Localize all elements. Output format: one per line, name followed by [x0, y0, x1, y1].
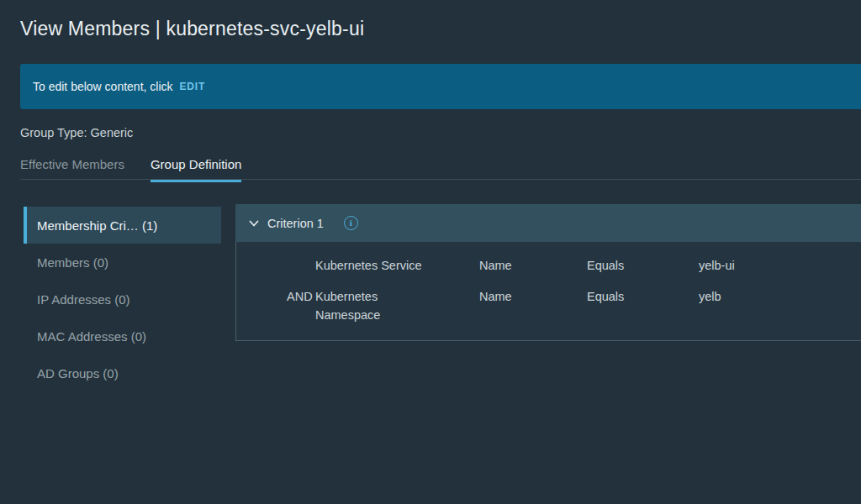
value-cell: yelb-ui	[699, 256, 861, 275]
key-cell: Name	[479, 256, 587, 275]
sidebar-item-label: Members (0)	[37, 255, 108, 270]
sidebar-item-label: Membership Cri… (1)	[37, 218, 157, 233]
criterion-panel: Criterion 1 i Kubernetes Service Name Eq…	[235, 204, 861, 341]
conjunction-cell: AND	[287, 287, 315, 324]
criterion-row: AND Kubernetes Namespace Name Equals yel…	[287, 287, 861, 324]
info-banner: To edit below content, click EDIT	[20, 64, 861, 109]
sidebar-item-mac-addresses[interactable]: MAC Addresses (0)	[24, 318, 221, 354]
chevron-down-icon[interactable]	[248, 218, 260, 229]
sidebar-item-label: IP Addresses (0)	[37, 292, 130, 307]
value-cell: yelb	[699, 287, 861, 324]
criterion-body: Kubernetes Service Name Equals yelb-ui A…	[235, 242, 861, 341]
info-banner-text: To edit below content, click	[33, 80, 173, 93]
sidebar-item-membership-criteria[interactable]: Membership Cri… (1)	[24, 207, 221, 244]
conjunction-cell	[287, 256, 315, 275]
member-category-list: Membership Cri… (1) Members (0) IP Addre…	[24, 207, 221, 391]
sidebar-item-label: AD Groups (0)	[37, 366, 119, 381]
operator-cell: Equals	[587, 256, 699, 275]
key-cell: Name	[479, 287, 587, 324]
page-title: View Members | kubernetes-svc-yelb-ui	[20, 18, 364, 40]
sidebar-item-ip-addresses[interactable]: IP Addresses (0)	[24, 281, 221, 318]
sidebar-item-label: MAC Addresses (0)	[37, 329, 146, 344]
tab-bar-divider	[20, 179, 861, 180]
info-circle-icon[interactable]: i	[344, 216, 358, 230]
resource-type-cell: Kubernetes Namespace	[315, 287, 479, 324]
criterion-title: Criterion 1	[267, 217, 324, 230]
criterion-header[interactable]: Criterion 1 i	[235, 204, 861, 242]
criterion-row: Kubernetes Service Name Equals yelb-ui	[287, 256, 861, 275]
group-type-label: Group Type: Generic	[20, 126, 133, 139]
operator-cell: Equals	[587, 287, 699, 324]
edit-link[interactable]: EDIT	[180, 81, 206, 92]
sidebar-item-members[interactable]: Members (0)	[24, 244, 221, 281]
resource-type-cell: Kubernetes Service	[315, 256, 479, 275]
sidebar-item-ad-groups[interactable]: AD Groups (0)	[24, 354, 221, 391]
